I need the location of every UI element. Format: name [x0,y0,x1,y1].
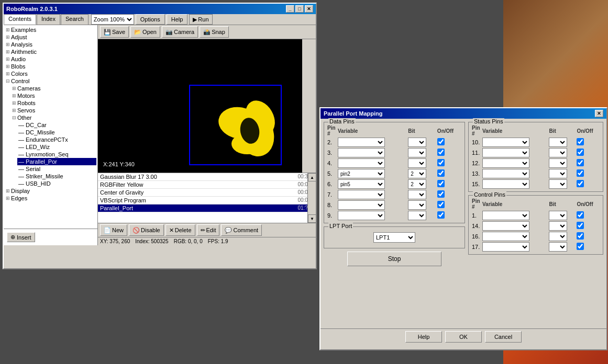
cpin17-variable-select[interactable] [482,242,529,252]
maximize-button[interactable]: □ [295,5,304,13]
close-button[interactable]: ✕ [305,5,313,13]
help-button[interactable]: Help [405,331,442,343]
pipeline-scrollbar[interactable]: ▲ ▼ [307,173,316,223]
pin3-bit-select[interactable] [408,148,426,157]
minimize-button[interactable]: _ [286,5,294,13]
run-button[interactable]: ▶ Run [189,14,212,25]
tree-item-analysis[interactable]: ⊞ Analysis [5,41,96,48]
insert-button[interactable]: ⊕ Insert [7,232,35,242]
cpin16-onoff-checkbox[interactable] [577,232,584,240]
tree-item-robots[interactable]: ⊞ Robots [11,99,96,107]
zoom-select[interactable]: Zoom 100% [91,14,134,25]
cpin17-onoff-checkbox[interactable] [577,243,584,250]
disable-button[interactable]: 🚫 Disable [129,224,164,236]
tree-item-edges[interactable]: ⊞ Edges [5,195,96,202]
tree-item-adjust[interactable]: ⊞ Adjust [5,33,96,41]
cpin14-bit-select[interactable] [549,221,567,231]
pin9-onoff-checkbox[interactable] [437,211,445,219]
pin5-bit-select[interactable]: 2 [408,169,426,178]
scroll-down-button[interactable]: ▼ [308,214,316,223]
tab-search[interactable]: Search [61,14,89,25]
tree-item-usb-hid[interactable]: — USB_HID [17,180,96,187]
tree-item-serial[interactable]: — Serial [17,165,96,173]
edit-button[interactable]: ✏ Edit [197,224,220,236]
pin9-bit-select[interactable] [408,211,426,220]
spin10-bit-select[interactable] [549,138,567,147]
stop-button[interactable]: Stop [347,252,441,266]
spin13-bit-select[interactable] [549,169,567,178]
pin6-bit-select[interactable]: 2 [408,179,426,189]
pin8-onoff-checkbox[interactable] [437,201,445,208]
tree-item-endurance[interactable]: — EndurancePCTx [17,136,96,143]
pin3-variable-select[interactable] [338,148,385,157]
cpin14-variable-select[interactable] [482,221,529,231]
tree-item-led-wiz[interactable]: — LED_Wiz [17,143,96,151]
pin7-bit-select[interactable] [408,190,426,199]
cpin16-bit-select[interactable] [549,232,567,241]
ok-button[interactable]: OK [445,331,482,343]
spin15-variable-select[interactable] [482,179,529,189]
pin2-onoff-checkbox[interactable] [437,138,445,145]
scroll-up-button[interactable]: ▲ [308,173,316,181]
tree-item-dc-car[interactable]: — DC_Car [17,121,96,129]
lpt-port-select[interactable]: LPT1 LPT2 LPT3 [373,232,415,243]
tab-index[interactable]: Index [37,14,60,25]
spin15-bit-select[interactable] [549,179,567,189]
spin13-onoff-checkbox[interactable] [577,169,584,177]
pin2-variable-select[interactable] [338,138,385,147]
spin11-bit-select[interactable] [549,148,567,157]
tree-item-blobs[interactable]: ⊞ Blobs [5,63,96,70]
tree-item-lynxmotion[interactable]: — Lynxmotion_Seq [17,151,96,158]
comment-button[interactable]: 💬 Comment [221,224,262,236]
pin6-variable-select[interactable]: pin5 [338,179,385,189]
help-button[interactable]: Help [167,14,188,25]
pipeline-item[interactable]: VBScript Program 00:000 [98,197,316,204]
save-button[interactable]: 💾 Save [100,26,129,38]
tree-item-display[interactable]: ⊞ Display [5,187,96,195]
pipeline-item[interactable]: RGBFilter Yellow 00:020 [98,181,316,189]
delete-button[interactable]: ✕ Delete [165,224,195,236]
tree-item-control[interactable]: ⊟ Control [5,77,96,85]
pin7-variable-select[interactable] [338,190,385,199]
spin12-bit-select[interactable] [549,158,567,168]
spin12-variable-select[interactable] [482,158,529,168]
spin12-onoff-checkbox[interactable] [577,159,584,166]
pipeline-list[interactable]: Gaussian Blur 17 3.00 00:347 RGBFilter Y… [98,173,316,223]
cancel-button[interactable]: Cancel [485,331,522,343]
tree-item-arithmetic[interactable]: ⊞ Arithmetic [5,48,96,55]
pin8-variable-select[interactable] [338,200,385,210]
pin4-variable-select[interactable] [338,158,385,168]
tree-item-examples[interactable]: ⊞ Examples [5,26,96,33]
pin9-variable-select[interactable] [338,211,385,220]
tree-item-cameras[interactable]: ⊞ Cameras [11,85,96,92]
pipeline-item-parallel[interactable]: Parallel_Port 01:??? [98,204,316,212]
pipeline-item[interactable]: Center of Gravity 00:010 [98,189,316,197]
cpin17-bit-select[interactable] [549,242,567,252]
options-button[interactable]: Options [136,14,165,25]
pin4-bit-select[interactable] [408,158,426,168]
pin4-onoff-checkbox[interactable] [437,159,445,166]
tree-item-dc-missile[interactable]: — DC_Missile [17,129,96,136]
spin13-variable-select[interactable] [482,169,529,178]
spin10-onoff-checkbox[interactable] [577,138,584,145]
new-button[interactable]: 📄 New [100,224,127,236]
cpin1-variable-select[interactable] [482,211,529,220]
camera-button[interactable]: 📷 Camera [162,26,198,38]
spin10-variable-select[interactable] [482,138,529,147]
tree-item-striker[interactable]: — Striker_Missile [17,173,96,180]
pin2-bit-select[interactable] [408,138,426,147]
pin7-onoff-checkbox[interactable] [437,190,445,198]
open-button[interactable]: 📂 Open [130,26,160,38]
pin8-bit-select[interactable] [408,200,426,210]
tree-item-servos[interactable]: ⊞ Servos [11,107,96,114]
tree-item-motors[interactable]: ⊞ Motors [11,92,96,99]
cpin16-variable-select[interactable] [482,232,529,241]
tree-item-colors[interactable]: ⊞ Colors [5,70,96,77]
pin5-variable-select[interactable]: pin2 [338,169,385,178]
cpin14-onoff-checkbox[interactable] [577,222,584,229]
tree-item-other[interactable]: ⊟ Other [11,114,96,121]
tab-contents[interactable]: Contents [4,14,36,25]
cpin1-onoff-checkbox[interactable] [577,211,584,219]
spin15-onoff-checkbox[interactable] [577,180,584,187]
spin11-onoff-checkbox[interactable] [577,149,584,156]
